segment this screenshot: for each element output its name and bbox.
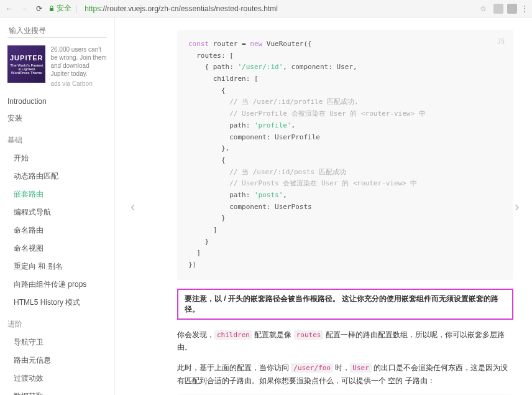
inline-code: User [350,363,372,373]
url-bar[interactable]: https://router.vuejs.org/zh-cn/essential… [81,3,476,14]
inline-code: routes [294,330,324,340]
inline-code: children [214,330,252,340]
reload-button[interactable]: ⟳ [34,4,45,13]
secure-indicator: 安全 [48,3,71,14]
browser-toolbar: ← → ⟳ 安全 | https://router.vuejs.org/zh-c… [0,0,532,17]
ad-text: 26,000 users can't be wrong. Join them a… [50,45,107,78]
nav-item-named-routes[interactable]: 命名路由 [7,221,114,239]
nav-item-start[interactable]: 开始 [7,149,114,167]
extension-icon[interactable] [493,4,503,14]
svg-rect-0 [50,8,53,11]
nav-item-nested[interactable]: 嵌套路由 [7,185,114,203]
nav-item-named-views[interactable]: 命名视图 [7,239,114,258]
bookmark-icon[interactable]: ☆ [480,4,490,13]
sidebar: JUPITER The World's Fastest & Lightest W… [0,17,115,395]
nav-item-guards[interactable]: 导航守卫 [7,333,114,351]
nav-item-history[interactable]: HTML5 History 模式 [7,294,114,312]
extension-icon[interactable] [507,4,517,14]
code-block-1: JSconst router = new VueRouter({ routes:… [177,30,513,280]
nav-section-adv: 进阶 [7,319,114,330]
code-lang-label: JS [497,36,505,47]
ad-box[interactable]: JUPITER The World's Fastest & Lightest W… [7,45,107,87]
back-button[interactable]: ← [4,4,15,13]
ad-logo: JUPITER [10,54,43,62]
lock-icon [48,6,55,12]
ad-image: JUPITER The World's Fastest & Lightest W… [7,45,45,83]
nav-item-data[interactable]: 数据获取 [7,388,114,395]
nav-item-programmatic[interactable]: 编程式导航 [7,203,114,221]
nav-item-dynamic[interactable]: 动态路由匹配 [7,167,114,185]
nav-section-basic: 基础 [7,135,114,146]
inline-code: /user/foo [291,363,333,373]
search-input[interactable] [7,24,107,38]
url-path: ://router.vuejs.org/zh-cn/essentials/nes… [101,4,278,13]
nav-item-meta[interactable]: 路由元信息 [7,351,114,369]
ad-via: ads via Carbon [50,80,107,87]
nav-item-redirect[interactable]: 重定向 和 别名 [7,258,114,276]
main-content: JSconst router = new VueRouter({ routes:… [115,17,532,395]
nav-item-transition[interactable]: 过渡动效 [7,369,114,388]
search-box [7,24,107,38]
nav-install[interactable]: 安装 [7,109,114,128]
nav-introduction[interactable]: Introduction [7,93,114,109]
paragraph-1: 你会发现，children 配置就是像 routes 配置一样的路由配置数组，所… [177,328,513,354]
url-protocol: https [85,4,101,13]
forward-button[interactable]: → [19,4,30,13]
paragraph-2: 此时，基于上面的配置，当你访问 /user/foo 时，User 的出口是不会渲… [177,361,513,387]
secure-label: 安全 [57,3,71,14]
ad-logo-sub: The World's Fastest & Lightest WordPress… [10,63,43,75]
menu-icon[interactable]: ⋮ [521,4,528,13]
nav-item-props[interactable]: 向路由组件传递 props [7,276,114,294]
callout-note: 要注意，以 / 开头的嵌套路径会被当作根路径。 这让你充分的使用嵌套组件而无须设… [177,289,513,320]
